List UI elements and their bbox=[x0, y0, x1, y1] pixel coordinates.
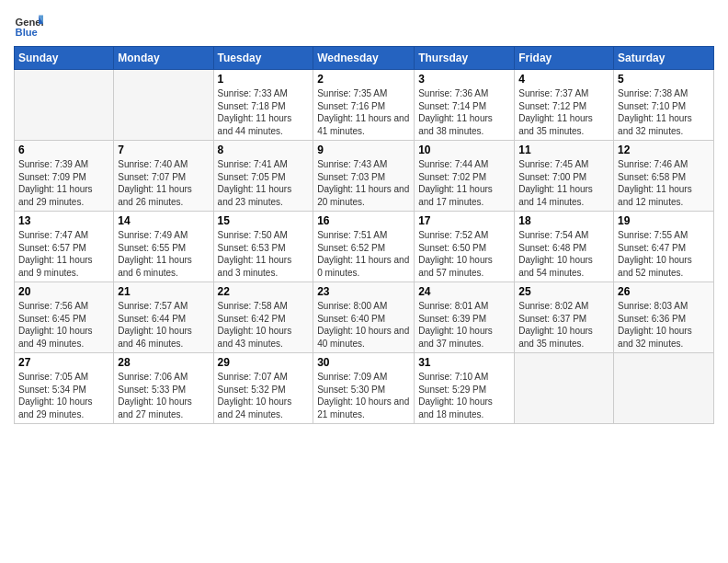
day-info: Sunrise: 7:52 AMSunset: 6:50 PMDaylight:… bbox=[418, 229, 510, 279]
day-info: Sunrise: 7:41 AMSunset: 7:05 PMDaylight:… bbox=[218, 158, 310, 208]
calendar-day-cell: 22Sunrise: 7:58 AMSunset: 6:42 PMDayligh… bbox=[213, 282, 313, 353]
day-info: Sunrise: 8:03 AMSunset: 6:36 PMDaylight:… bbox=[618, 300, 710, 350]
calendar-day-cell: 28Sunrise: 7:06 AMSunset: 5:33 PMDayligh… bbox=[114, 353, 213, 424]
day-info: Sunrise: 7:38 AMSunset: 7:10 PMDaylight:… bbox=[618, 87, 710, 137]
weekday-header: Sunday bbox=[15, 47, 114, 70]
logo-icon: General Blue bbox=[14, 9, 43, 39]
day-number: 13 bbox=[18, 214, 109, 227]
day-number: 17 bbox=[418, 214, 510, 227]
calendar-day-cell bbox=[15, 70, 114, 141]
day-number: 10 bbox=[418, 144, 510, 156]
day-number: 11 bbox=[518, 144, 609, 156]
weekday-header: Saturday bbox=[614, 47, 714, 70]
day-number: 15 bbox=[218, 214, 310, 227]
calendar-day-cell: 4Sunrise: 7:37 AMSunset: 7:12 PMDaylight… bbox=[515, 70, 614, 141]
calendar-day-cell: 30Sunrise: 7:09 AMSunset: 5:30 PMDayligh… bbox=[313, 353, 415, 424]
calendar-day-cell: 24Sunrise: 8:01 AMSunset: 6:39 PMDayligh… bbox=[415, 282, 515, 353]
day-info: Sunrise: 7:50 AMSunset: 6:53 PMDaylight:… bbox=[218, 229, 310, 279]
day-info: Sunrise: 7:07 AMSunset: 5:32 PMDaylight:… bbox=[218, 371, 310, 420]
day-info: Sunrise: 7:51 AMSunset: 6:52 PMDaylight:… bbox=[317, 229, 410, 279]
weekday-header: Tuesday bbox=[213, 47, 313, 70]
day-info: Sunrise: 7:49 AMSunset: 6:55 PMDaylight:… bbox=[118, 229, 209, 279]
day-number: 2 bbox=[317, 73, 410, 86]
calendar-day-cell: 11Sunrise: 7:45 AMSunset: 7:00 PMDayligh… bbox=[515, 141, 614, 212]
day-number: 26 bbox=[618, 285, 710, 298]
calendar-day-cell: 26Sunrise: 8:03 AMSunset: 6:36 PMDayligh… bbox=[614, 282, 714, 353]
day-info: Sunrise: 7:36 AMSunset: 7:14 PMDaylight:… bbox=[418, 87, 510, 137]
calendar-day-cell: 16Sunrise: 7:51 AMSunset: 6:52 PMDayligh… bbox=[313, 212, 415, 282]
calendar-table: SundayMondayTuesdayWednesdayThursdayFrid… bbox=[14, 46, 714, 424]
day-number: 20 bbox=[18, 285, 109, 298]
calendar-day-cell: 12Sunrise: 7:46 AMSunset: 6:58 PMDayligh… bbox=[614, 141, 714, 212]
day-info: Sunrise: 7:47 AMSunset: 6:57 PMDaylight:… bbox=[18, 229, 109, 279]
day-info: Sunrise: 7:58 AMSunset: 6:42 PMDaylight:… bbox=[218, 300, 310, 350]
calendar-body: 1Sunrise: 7:33 AMSunset: 7:18 PMDaylight… bbox=[15, 70, 714, 424]
calendar-day-cell: 10Sunrise: 7:44 AMSunset: 7:02 PMDayligh… bbox=[415, 141, 515, 212]
calendar-day-cell: 6Sunrise: 7:39 AMSunset: 7:09 PMDaylight… bbox=[15, 141, 114, 212]
day-info: Sunrise: 8:00 AMSunset: 6:40 PMDaylight:… bbox=[317, 300, 410, 350]
day-number: 1 bbox=[218, 73, 310, 86]
day-number: 5 bbox=[618, 73, 710, 86]
day-number: 14 bbox=[118, 214, 209, 227]
day-info: Sunrise: 7:37 AMSunset: 7:12 PMDaylight:… bbox=[518, 87, 609, 137]
day-number: 25 bbox=[518, 285, 609, 298]
day-number: 16 bbox=[317, 214, 410, 227]
calendar-header: SundayMondayTuesdayWednesdayThursdayFrid… bbox=[15, 47, 714, 70]
day-number: 7 bbox=[118, 144, 209, 156]
day-info: Sunrise: 7:35 AMSunset: 7:16 PMDaylight:… bbox=[317, 87, 410, 137]
day-info: Sunrise: 7:39 AMSunset: 7:09 PMDaylight:… bbox=[18, 158, 109, 208]
calendar-day-cell bbox=[515, 353, 614, 424]
calendar-day-cell: 27Sunrise: 7:05 AMSunset: 5:34 PMDayligh… bbox=[15, 353, 114, 424]
day-info: Sunrise: 7:06 AMSunset: 5:33 PMDaylight:… bbox=[118, 371, 209, 420]
weekday-header: Friday bbox=[515, 47, 614, 70]
day-number: 18 bbox=[518, 214, 609, 227]
calendar-day-cell: 15Sunrise: 7:50 AMSunset: 6:53 PMDayligh… bbox=[213, 212, 313, 282]
day-info: Sunrise: 8:02 AMSunset: 6:37 PMDaylight:… bbox=[518, 300, 609, 350]
calendar-day-cell: 14Sunrise: 7:49 AMSunset: 6:55 PMDayligh… bbox=[114, 212, 213, 282]
calendar-day-cell: 21Sunrise: 7:57 AMSunset: 6:44 PMDayligh… bbox=[114, 282, 213, 353]
calendar-week-row: 13Sunrise: 7:47 AMSunset: 6:57 PMDayligh… bbox=[15, 212, 714, 282]
day-number: 6 bbox=[18, 144, 109, 156]
calendar-day-cell: 3Sunrise: 7:36 AMSunset: 7:14 PMDaylight… bbox=[415, 70, 515, 141]
calendar-day-cell: 18Sunrise: 7:54 AMSunset: 6:48 PMDayligh… bbox=[515, 212, 614, 282]
day-number: 29 bbox=[218, 356, 310, 369]
calendar-day-cell bbox=[614, 353, 714, 424]
calendar-day-cell: 1Sunrise: 7:33 AMSunset: 7:18 PMDaylight… bbox=[213, 70, 313, 141]
day-number: 3 bbox=[418, 73, 510, 86]
day-info: Sunrise: 8:01 AMSunset: 6:39 PMDaylight:… bbox=[418, 300, 510, 350]
day-number: 23 bbox=[317, 285, 410, 298]
day-number: 28 bbox=[118, 356, 209, 369]
calendar-week-row: 27Sunrise: 7:05 AMSunset: 5:34 PMDayligh… bbox=[15, 353, 714, 424]
day-info: Sunrise: 7:54 AMSunset: 6:48 PMDaylight:… bbox=[518, 229, 609, 279]
day-info: Sunrise: 7:33 AMSunset: 7:18 PMDaylight:… bbox=[218, 87, 310, 137]
calendar-week-row: 20Sunrise: 7:56 AMSunset: 6:45 PMDayligh… bbox=[15, 282, 714, 353]
calendar-day-cell: 23Sunrise: 8:00 AMSunset: 6:40 PMDayligh… bbox=[313, 282, 415, 353]
day-number: 22 bbox=[218, 285, 310, 298]
day-number: 27 bbox=[18, 356, 109, 369]
day-number: 9 bbox=[317, 144, 410, 156]
calendar-day-cell: 19Sunrise: 7:55 AMSunset: 6:47 PMDayligh… bbox=[614, 212, 714, 282]
calendar-day-cell: 29Sunrise: 7:07 AMSunset: 5:32 PMDayligh… bbox=[213, 353, 313, 424]
weekday-header: Wednesday bbox=[313, 47, 415, 70]
day-info: Sunrise: 7:55 AMSunset: 6:47 PMDaylight:… bbox=[618, 229, 710, 279]
day-info: Sunrise: 7:43 AMSunset: 7:03 PMDaylight:… bbox=[317, 158, 410, 208]
calendar-day-cell: 2Sunrise: 7:35 AMSunset: 7:16 PMDaylight… bbox=[313, 70, 415, 141]
calendar-day-cell: 8Sunrise: 7:41 AMSunset: 7:05 PMDaylight… bbox=[213, 141, 313, 212]
svg-text:Blue: Blue bbox=[16, 27, 38, 38]
day-number: 19 bbox=[618, 214, 710, 227]
calendar-week-row: 6Sunrise: 7:39 AMSunset: 7:09 PMDaylight… bbox=[15, 141, 714, 212]
calendar-day-cell bbox=[114, 70, 213, 141]
day-number: 31 bbox=[418, 356, 510, 369]
day-info: Sunrise: 7:44 AMSunset: 7:02 PMDaylight:… bbox=[418, 158, 510, 208]
weekday-row: SundayMondayTuesdayWednesdayThursdayFrid… bbox=[15, 47, 714, 70]
day-info: Sunrise: 7:05 AMSunset: 5:34 PMDaylight:… bbox=[18, 371, 109, 420]
day-number: 21 bbox=[118, 285, 209, 298]
weekday-header: Monday bbox=[114, 47, 213, 70]
day-info: Sunrise: 7:09 AMSunset: 5:30 PMDaylight:… bbox=[317, 371, 410, 420]
day-number: 30 bbox=[317, 356, 410, 369]
calendar-week-row: 1Sunrise: 7:33 AMSunset: 7:18 PMDaylight… bbox=[15, 70, 714, 141]
day-info: Sunrise: 7:57 AMSunset: 6:44 PMDaylight:… bbox=[118, 300, 209, 350]
day-number: 8 bbox=[218, 144, 310, 156]
day-info: Sunrise: 7:10 AMSunset: 5:29 PMDaylight:… bbox=[418, 371, 510, 420]
day-info: Sunrise: 7:40 AMSunset: 7:07 PMDaylight:… bbox=[118, 158, 209, 208]
